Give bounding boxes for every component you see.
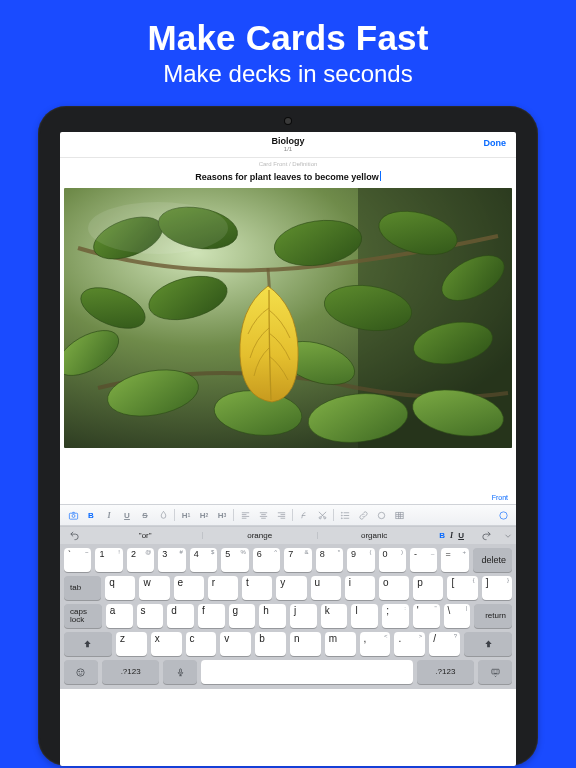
key-char[interactable]: =+ [441,548,468,572]
card-text-value: Reasons for plant leaves to become yello… [195,172,379,182]
key-1[interactable]: 1! [95,548,122,572]
key-h[interactable]: h [259,604,286,628]
svg-rect-18 [69,513,77,519]
format-shortcut[interactable]: B I U [431,531,472,540]
list-button[interactable] [338,508,352,522]
key-b[interactable]: b [255,632,286,656]
more-button[interactable] [496,508,510,522]
key-0[interactable]: 0) [379,548,406,572]
dismiss-keyboard-key[interactable] [478,660,512,684]
key-8[interactable]: 8* [316,548,343,572]
caps-lock-key[interactable]: caps lock [64,604,102,628]
align-right-button[interactable] [274,508,288,522]
delete-key[interactable]: delete [473,548,512,572]
card-image[interactable] [64,188,512,448]
key-e[interactable]: e [174,576,204,600]
function-button[interactable] [297,508,311,522]
key-3[interactable]: 3# [158,548,185,572]
key-r[interactable]: r [208,576,238,600]
key-char[interactable]: ]} [482,576,512,600]
key-k[interactable]: k [321,604,348,628]
key-2[interactable]: 2@ [127,548,154,572]
circle-button[interactable] [374,508,388,522]
heading1-button[interactable]: H1 [179,508,193,522]
key-l[interactable]: l [351,604,378,628]
return-key[interactable]: return [474,604,512,628]
text-color-button[interactable] [156,508,170,522]
nav-bar: Biology 1/1 Done [60,132,516,158]
key-o[interactable]: o [379,576,409,600]
promo-title: Make Cards Fast [147,18,428,58]
suggestion-item[interactable]: organic [317,529,431,542]
key-char[interactable]: ,< [360,632,391,656]
key-y[interactable]: y [276,576,306,600]
key-char[interactable]: -_ [410,548,437,572]
key-5[interactable]: 5% [221,548,248,572]
key-u[interactable]: u [311,576,341,600]
undo-button[interactable] [60,530,88,541]
key-j[interactable]: j [290,604,317,628]
shift-key-right[interactable] [464,632,512,656]
key-d[interactable]: d [167,604,194,628]
key-i[interactable]: i [345,576,375,600]
shift-key-left[interactable] [64,632,112,656]
key-p[interactable]: p [413,576,443,600]
numsym-key-right[interactable]: .?123 [417,660,475,684]
key-4[interactable]: 4$ [190,548,217,572]
emoji-key[interactable] [64,660,98,684]
promo-banner: Make Cards Fast Make decks in seconds [147,18,428,88]
key-6[interactable]: 6^ [253,548,280,572]
key-a[interactable]: a [106,604,133,628]
italic-button[interactable]: I [102,508,116,522]
suggestion-item[interactable]: "or" [88,529,202,542]
space-key[interactable] [201,660,412,684]
bold-button[interactable]: B [84,508,98,522]
align-center-button[interactable] [256,508,270,522]
collapse-suggestions-button[interactable] [500,531,516,541]
align-left-button[interactable] [238,508,252,522]
card-text-input[interactable]: Reasons for plant leaves to become yello… [60,169,516,186]
key-x[interactable]: x [151,632,182,656]
table-button[interactable] [392,508,406,522]
strike-button[interactable]: S [138,508,152,522]
underline-shortcut[interactable]: U [458,531,464,540]
key-z[interactable]: z [116,632,147,656]
bold-shortcut[interactable]: B [439,531,445,540]
key-w[interactable]: w [139,576,169,600]
heading3-button[interactable]: H3 [215,508,229,522]
dictation-key[interactable] [163,660,197,684]
link-button[interactable] [356,508,370,522]
key-9[interactable]: 9( [347,548,374,572]
key-char[interactable]: /? [429,632,460,656]
redo-button[interactable] [472,530,500,541]
key-g[interactable]: g [229,604,256,628]
svg-point-29 [79,671,80,672]
cut-button[interactable] [315,508,329,522]
key-char[interactable]: .> [394,632,425,656]
key-char[interactable]: [{ [447,576,477,600]
key-v[interactable]: v [220,632,251,656]
tab-key[interactable]: tab [64,576,101,600]
key-c[interactable]: c [186,632,217,656]
separator-icon [292,509,293,521]
key-f[interactable]: f [198,604,225,628]
suggestion-item[interactable]: orange [202,529,316,542]
key-char[interactable]: '" [413,604,440,628]
key-char[interactable]: `~ [64,548,91,572]
card-side-label[interactable]: Front [60,448,516,504]
key-m[interactable]: m [325,632,356,656]
card-side-hint: Card Front / Definition [60,158,516,169]
key-s[interactable]: s [137,604,164,628]
heading2-button[interactable]: H2 [197,508,211,522]
key-char[interactable]: ;: [382,604,409,628]
camera-icon[interactable] [66,508,80,522]
key-7[interactable]: 7& [284,548,311,572]
done-button[interactable]: Done [484,138,507,148]
underline-button[interactable]: U [120,508,134,522]
key-char[interactable]: \| [444,604,471,628]
numsym-key[interactable]: .?123 [102,660,160,684]
key-n[interactable]: n [290,632,321,656]
key-t[interactable]: t [242,576,272,600]
italic-shortcut[interactable]: I [450,531,453,540]
key-q[interactable]: q [105,576,135,600]
